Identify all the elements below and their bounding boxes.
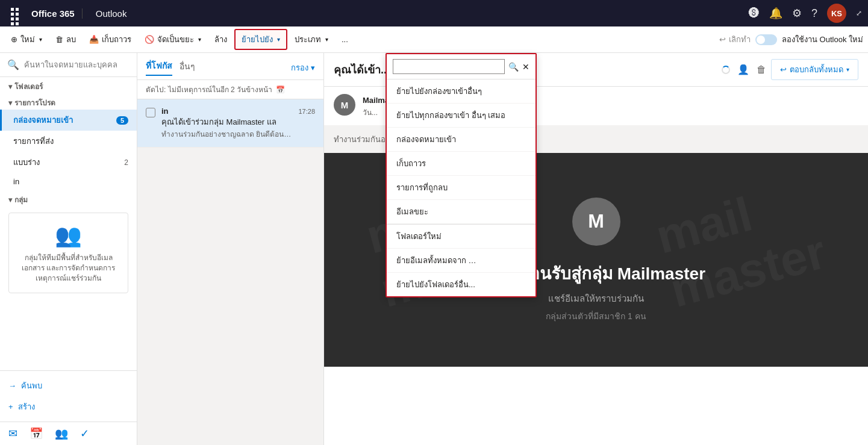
more-button[interactable]: ...	[336, 32, 354, 47]
email-subject: คุณได้เข้าร่วมกลุ่ม Mailmaster แล	[161, 116, 292, 128]
waffle-menu[interactable]	[6, 5, 23, 22]
info-text: ตัดไป: ไม่มีเหตุการณ์ในอีก 2 วันข้างหน้า	[146, 84, 272, 95]
create-label: สร้าง	[18, 400, 35, 413]
archive-label: เก็บถาวร	[102, 33, 131, 46]
folders-section-title: ▾ โฟลเดอร์	[0, 77, 137, 93]
email-item[interactable]: in คุณได้เข้าร่วมกลุ่ม Mailmaster แล ทำง…	[137, 99, 323, 148]
groups-section-title: ▾ กลุ่ม	[0, 190, 137, 207]
filter-button[interactable]: กรอง ▾	[291, 61, 315, 74]
groups-empty-box: 👥 กลุ่มให้ทีมมีพื้นที่สำหรับอีเมล เอกสาร…	[8, 213, 128, 293]
expand-icon[interactable]: ⤢	[856, 9, 862, 17]
sidebar-search-area: 🔍	[0, 53, 137, 77]
create-group-button[interactable]: + สร้าง	[8, 397, 128, 417]
dropdown-item-6[interactable]: โฟลเดอร์ใหม่	[387, 224, 535, 249]
people-nav-icon[interactable]: 👥	[55, 427, 68, 440]
move-button[interactable]: ย้ายไปยัง ▾	[234, 29, 287, 50]
junk-caret-icon: ▾	[198, 36, 201, 43]
reply-all-button[interactable]: ↩ ตอบกลับทั้งหมด ▾	[771, 59, 858, 80]
delete-label: ลบ	[66, 33, 76, 46]
inbox-nav-item[interactable]: กล่องจดหมายเข้า 5	[0, 110, 137, 131]
new-label: ใหม่	[20, 33, 35, 46]
dropdown-item-label-5: อีเมลขยะ	[396, 207, 428, 216]
filter-label: กรอง	[291, 61, 308, 74]
sidebar-search-icon[interactable]: 🔍	[7, 59, 19, 70]
reply-caret-icon: ▾	[846, 66, 849, 73]
detail-action-icons: 👤 🗑	[722, 64, 766, 75]
calendar-nav-icon[interactable]: 📅	[30, 427, 43, 440]
email-list-tabs: ที่โฟกัส อื่นๆ กรอง ▾	[146, 59, 315, 76]
undo-button[interactable]: ↩ เลิกทำ	[719, 33, 751, 46]
toolbar-right: ↩ เลิกทำ ลองใช้งาน Outlook ใหม่	[719, 33, 863, 46]
help-icon[interactable]: ?	[811, 7, 817, 20]
settings-icon[interactable]: ⚙	[792, 7, 802, 20]
calendar-info-icon: 📅	[276, 86, 285, 94]
dropdown-item-4[interactable]: รายการที่ถูกลบ	[387, 176, 535, 200]
tasks-nav-icon[interactable]: ✓	[80, 427, 89, 440]
email-checkbox[interactable]	[146, 108, 155, 117]
in-nav-item[interactable]: in	[0, 173, 137, 190]
move-dropdown-menu: 🔍 ✕ ย้ายไปยังกล่องขาเข้าอื่นๆ ย้ายไปทุกก…	[386, 53, 537, 297]
dropdown-item-2[interactable]: กล่องจดหมายเข้า	[387, 128, 535, 152]
dropdown-item-8[interactable]: ย้ายไปยังโฟลเดอร์อื่น...	[387, 273, 535, 296]
more-label: ...	[342, 35, 348, 44]
top-bar-right: 🅢 🔔 ⚙ ? KS ⤢	[749, 4, 862, 23]
tab-focused[interactable]: ที่โฟกัส	[146, 59, 172, 76]
dropdown-item-label-0: ย้ายไปยังกล่องขาเข้าอื่นๆ	[396, 87, 482, 96]
inbox-label: กล่องจดหมายเข้า	[13, 114, 73, 126]
find-icon: →	[8, 381, 16, 390]
email-list-header: ที่โฟกัส อื่นๆ กรอง ▾	[137, 53, 323, 80]
skype-icon[interactable]: 🅢	[749, 7, 760, 20]
welcome-avatar: M	[572, 198, 620, 246]
sent-nav-item[interactable]: รายการที่ส่ง	[0, 131, 137, 152]
category-button[interactable]: ประเภท ▾	[289, 30, 334, 49]
dropdown-item-label-4: รายการที่ถูกลบ	[396, 183, 448, 192]
dropdown-search-icon[interactable]: 🔍	[508, 62, 519, 72]
person-icon[interactable]: 👤	[737, 64, 749, 75]
dropdown-item-7[interactable]: ย้ายอีเมลทั้งหมดจาก …	[387, 249, 535, 273]
dropdown-item-1[interactable]: ย้ายไปทุกกล่องขาเข้า อื่นๆ เสมอ	[387, 104, 535, 128]
dropdown-item-3[interactable]: เก็บถาวร	[387, 152, 535, 176]
clean-label: ล้าง	[214, 33, 227, 46]
email-list-info: ตัดไป: ไม่มีเหตุการณ์ในอีก 2 วันข้างหน้า…	[137, 80, 323, 99]
favorites-chevron-icon: ▾	[8, 99, 12, 107]
move-caret-icon: ▾	[277, 36, 280, 43]
junk-button[interactable]: 🚫 จัดเป็นขยะ ▾	[139, 30, 207, 49]
avatar[interactable]: KS	[827, 4, 846, 23]
sidebar-search-input[interactable]	[24, 60, 130, 69]
category-label: ประเภท	[295, 33, 321, 46]
dropdown-search-row: 🔍 ✕	[387, 54, 535, 79]
new-caret-icon: ▾	[39, 36, 42, 43]
sender-avatar: M	[334, 94, 355, 116]
groups-people-icon: 👥	[55, 223, 82, 248]
mail-nav-icon[interactable]: ✉	[8, 427, 17, 440]
email-sender: in	[161, 107, 292, 116]
inbox-badge: 5	[116, 116, 128, 125]
notification-icon[interactable]: 🔔	[769, 7, 782, 20]
draft-label: แบบร่าง	[13, 156, 40, 169]
draft-nav-item[interactable]: แบบร่าง 2	[0, 152, 137, 173]
delete-detail-icon[interactable]: 🗑	[757, 64, 766, 75]
dropdown-clear-icon[interactable]: ✕	[522, 62, 529, 72]
new-icon: ⊕	[11, 35, 17, 44]
welcome-sub: แชร์อีเมลให้ทราบร่วมกัน	[548, 291, 644, 306]
dropdown-item-0[interactable]: ย้ายไปยังกล่องขาเข้าอื่นๆ	[387, 79, 535, 104]
tab-other[interactable]: อื่นๆ	[180, 60, 195, 75]
bottom-nav: ✉ 📅 👥 ✓	[0, 422, 137, 445]
dropdown-item-label-1: ย้ายไปทุกกล่องขาเข้า อื่นๆ เสมอ	[396, 111, 505, 120]
sidebar-footer: → ค้นพบ + สร้าง	[0, 370, 137, 422]
find-groups-button[interactable]: → ค้นพบ	[8, 376, 128, 396]
delete-button[interactable]: 🗑 ลบ	[49, 30, 82, 49]
clean-button[interactable]: ล้าง	[208, 30, 233, 49]
app-title: Outlook	[89, 8, 127, 19]
create-icon: +	[8, 402, 13, 411]
dropdown-search-input[interactable]	[393, 59, 505, 74]
dropdown-item-label-3: เก็บถาวร	[396, 159, 426, 168]
archive-button[interactable]: 📥 เก็บถาวร	[83, 30, 137, 49]
email-preview: ทำงานร่วมกันอย่างชาญฉลาด ยินดีต้อนรับ...	[161, 128, 292, 140]
groups-chevron-icon: ▾	[8, 196, 12, 204]
filter-caret-icon: ▾	[311, 63, 315, 72]
new-button[interactable]: ⊕ ใหม่ ▾	[5, 30, 48, 49]
dropdown-item-5[interactable]: อีเมลขยะ	[387, 200, 535, 224]
new-outlook-toggle[interactable]	[755, 34, 777, 45]
folders-chevron-icon: ▾	[8, 82, 12, 91]
